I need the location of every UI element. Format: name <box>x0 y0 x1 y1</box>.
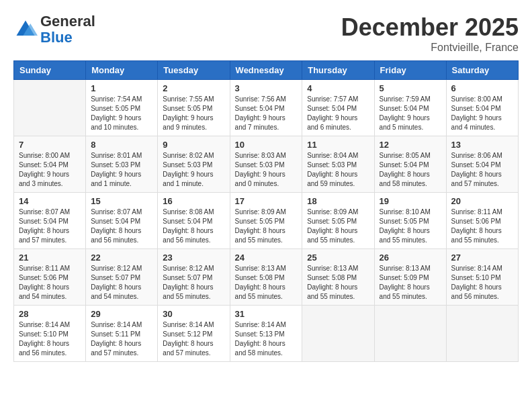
sunset-text: Sunset: 5:11 PM <box>91 330 152 339</box>
calendar-cell-w1-d7: 6 Sunrise: 8:00 AM Sunset: 5:04 PM Dayli… <box>446 80 518 136</box>
sunset-text: Sunset: 5:08 PM <box>235 273 298 283</box>
logo-general-text: General <box>40 13 95 30</box>
day-info: Sunrise: 8:02 AM Sunset: 5:03 PM Dayligh… <box>163 151 224 189</box>
sunset-text: Sunset: 5:07 PM <box>91 273 152 283</box>
calendar-cell-w4-d1: 21 Sunrise: 8:11 AM Sunset: 5:06 PM Dayl… <box>14 249 86 306</box>
calendar-cell-w3-d2: 15 Sunrise: 8:07 AM Sunset: 5:04 PM Dayl… <box>86 193 158 249</box>
daylight-text: Daylight: 8 hours and 56 minutes. <box>91 226 152 245</box>
daylight-text: Daylight: 8 hours and 58 minutes. <box>235 339 298 358</box>
day-number: 16 <box>163 196 224 206</box>
calendar-cell-w3-d1: 14 Sunrise: 8:07 AM Sunset: 5:04 PM Dayl… <box>14 193 86 249</box>
day-number: 11 <box>307 140 369 150</box>
sunrise-text: Sunrise: 8:13 AM <box>380 264 441 273</box>
sunset-text: Sunset: 5:12 PM <box>163 330 224 339</box>
sunrise-text: Sunrise: 7:59 AM <box>380 95 441 104</box>
day-number: 14 <box>19 196 81 206</box>
sunrise-text: Sunrise: 8:01 AM <box>91 151 152 161</box>
day-number: 31 <box>235 309 298 319</box>
sunset-text: Sunset: 5:04 PM <box>163 217 224 226</box>
calendar-cell-w1-d6: 5 Sunrise: 7:59 AM Sunset: 5:04 PM Dayli… <box>374 80 446 136</box>
day-info: Sunrise: 7:54 AM Sunset: 5:05 PM Dayligh… <box>91 95 152 132</box>
day-info: Sunrise: 8:04 AM Sunset: 5:03 PM Dayligh… <box>307 151 369 189</box>
calendar-cell-w5-d7 <box>446 306 518 362</box>
sunset-text: Sunset: 5:03 PM <box>235 161 298 170</box>
sunrise-text: Sunrise: 8:02 AM <box>163 151 224 161</box>
daylight-text: Daylight: 9 hours and 3 minutes. <box>19 170 81 189</box>
daylight-text: Daylight: 9 hours and 7 minutes. <box>235 113 298 132</box>
day-number: 3 <box>235 83 298 93</box>
calendar-cell-w4-d3: 23 Sunrise: 8:12 AM Sunset: 5:07 PM Dayl… <box>158 249 230 306</box>
calendar-cell-w2-d7: 13 Sunrise: 8:06 AM Sunset: 5:04 PM Dayl… <box>446 136 518 193</box>
sunrise-text: Sunrise: 8:09 AM <box>307 208 369 217</box>
daylight-text: Daylight: 9 hours and 6 minutes. <box>307 113 369 132</box>
sunset-text: Sunset: 5:10 PM <box>19 330 81 339</box>
header-saturday: Saturday <box>446 61 518 80</box>
logo-icon <box>13 17 38 42</box>
sunrise-text: Sunrise: 8:12 AM <box>163 264 224 273</box>
calendar-cell-w3-d6: 19 Sunrise: 8:10 AM Sunset: 5:05 PM Dayl… <box>374 193 446 249</box>
day-number: 1 <box>91 83 152 93</box>
week-row-2: 7 Sunrise: 8:00 AM Sunset: 5:04 PM Dayli… <box>14 136 519 193</box>
day-info: Sunrise: 8:09 AM Sunset: 5:05 PM Dayligh… <box>235 208 298 245</box>
day-info: Sunrise: 7:59 AM Sunset: 5:04 PM Dayligh… <box>380 95 441 132</box>
day-info: Sunrise: 8:07 AM Sunset: 5:04 PM Dayligh… <box>91 208 152 245</box>
sunrise-text: Sunrise: 8:13 AM <box>235 264 298 273</box>
daylight-text: Daylight: 8 hours and 58 minutes. <box>380 170 441 189</box>
header: General Blue December 2025 Fontvieille, … <box>13 13 519 54</box>
sunrise-text: Sunrise: 8:12 AM <box>91 264 152 273</box>
day-number: 25 <box>307 253 369 263</box>
daylight-text: Daylight: 8 hours and 56 minutes. <box>163 226 224 245</box>
sunrise-text: Sunrise: 7:57 AM <box>307 95 369 104</box>
day-number: 24 <box>235 253 298 263</box>
sunset-text: Sunset: 5:10 PM <box>451 273 513 283</box>
calendar-cell-w4-d2: 22 Sunrise: 8:12 AM Sunset: 5:07 PM Dayl… <box>86 249 158 306</box>
header-wednesday: Wednesday <box>230 61 302 80</box>
sunset-text: Sunset: 5:05 PM <box>235 217 298 226</box>
calendar-cell-w3-d7: 20 Sunrise: 8:11 AM Sunset: 5:06 PM Dayl… <box>446 193 518 249</box>
sunset-text: Sunset: 5:04 PM <box>19 161 81 170</box>
calendar-cell-w2-d4: 10 Sunrise: 8:03 AM Sunset: 5:03 PM Dayl… <box>230 136 302 193</box>
day-info: Sunrise: 7:56 AM Sunset: 5:04 PM Dayligh… <box>235 95 298 132</box>
week-row-4: 21 Sunrise: 8:11 AM Sunset: 5:06 PM Dayl… <box>14 249 519 306</box>
calendar-table: Sunday Monday Tuesday Wednesday Thursday… <box>13 60 519 362</box>
sunrise-text: Sunrise: 8:13 AM <box>307 264 369 273</box>
week-row-1: 1 Sunrise: 7:54 AM Sunset: 5:05 PM Dayli… <box>14 80 519 136</box>
sunrise-text: Sunrise: 8:08 AM <box>163 208 224 217</box>
sunrise-text: Sunrise: 8:11 AM <box>19 264 81 273</box>
day-number: 28 <box>19 309 81 319</box>
sunrise-text: Sunrise: 8:00 AM <box>19 151 81 161</box>
sunrise-text: Sunrise: 8:07 AM <box>19 208 81 217</box>
calendar-cell-w5-d2: 29 Sunrise: 8:14 AM Sunset: 5:11 PM Dayl… <box>86 306 158 362</box>
sunrise-text: Sunrise: 7:54 AM <box>91 95 152 104</box>
calendar-cell-w5-d6 <box>374 306 446 362</box>
sunset-text: Sunset: 5:05 PM <box>380 217 441 226</box>
daylight-text: Daylight: 9 hours and 1 minute. <box>163 170 224 189</box>
daylight-text: Daylight: 9 hours and 5 minutes. <box>380 113 441 132</box>
daylight-text: Daylight: 8 hours and 55 minutes. <box>307 283 369 302</box>
daylight-text: Daylight: 8 hours and 57 minutes. <box>91 339 152 358</box>
day-info: Sunrise: 8:13 AM Sunset: 5:08 PM Dayligh… <box>235 264 298 302</box>
calendar-cell-w2-d5: 11 Sunrise: 8:04 AM Sunset: 5:03 PM Dayl… <box>302 136 374 193</box>
day-number: 27 <box>451 253 513 263</box>
sunset-text: Sunset: 5:04 PM <box>307 104 369 113</box>
day-number: 17 <box>235 196 298 206</box>
daylight-text: Daylight: 8 hours and 55 minutes. <box>380 283 441 302</box>
day-number: 22 <box>91 253 152 263</box>
sunrise-text: Sunrise: 8:07 AM <box>91 208 152 217</box>
day-number: 5 <box>380 83 441 93</box>
day-number: 23 <box>163 253 224 263</box>
week-row-5: 28 Sunrise: 8:14 AM Sunset: 5:10 PM Dayl… <box>14 306 519 362</box>
day-info: Sunrise: 8:14 AM Sunset: 5:10 PM Dayligh… <box>451 264 513 302</box>
day-number: 2 <box>163 83 224 93</box>
day-number: 7 <box>19 140 81 150</box>
day-info: Sunrise: 8:05 AM Sunset: 5:04 PM Dayligh… <box>380 151 441 189</box>
day-info: Sunrise: 8:00 AM Sunset: 5:04 PM Dayligh… <box>451 95 513 132</box>
day-number: 18 <box>307 196 369 206</box>
location-subtitle: Fontvieille, France <box>341 42 519 54</box>
sunrise-text: Sunrise: 8:14 AM <box>235 320 298 330</box>
calendar-cell-w1-d1 <box>14 80 86 136</box>
day-info: Sunrise: 8:11 AM Sunset: 5:06 PM Dayligh… <box>19 264 81 302</box>
day-info: Sunrise: 8:08 AM Sunset: 5:04 PM Dayligh… <box>163 208 224 245</box>
day-info: Sunrise: 8:14 AM Sunset: 5:13 PM Dayligh… <box>235 320 298 358</box>
sunrise-text: Sunrise: 8:14 AM <box>91 320 152 330</box>
